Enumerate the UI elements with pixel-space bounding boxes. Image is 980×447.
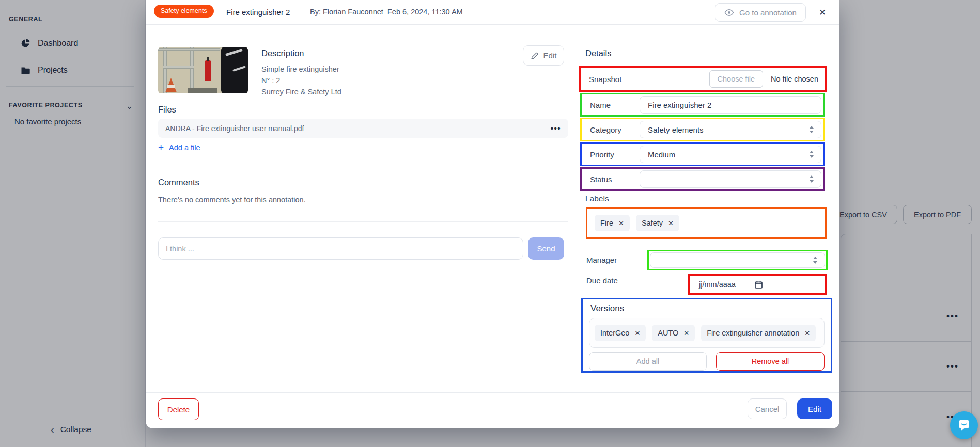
edit-button[interactable]: Edit	[797, 398, 832, 419]
status-select[interactable]	[640, 170, 821, 188]
comments-empty-text: There's no comments yet for this annotat…	[158, 196, 306, 204]
go-to-annotation-button[interactable]: Go to annotation	[715, 3, 806, 22]
category-value: Safety elements	[648, 125, 704, 134]
go-to-annotation-label: Go to annotation	[739, 8, 797, 17]
version-chip-text: AUTO	[658, 329, 678, 337]
annotation-snapshot-image[interactable]	[158, 47, 248, 93]
comments-heading: Comments	[158, 178, 199, 187]
choose-file-button[interactable]: Choose file	[709, 70, 764, 88]
file-row[interactable]: ANDRA - Fire extinguisher user manual.pd…	[158, 119, 568, 138]
label-chip: Fire ✕	[595, 215, 630, 231]
description-heading: Description	[261, 49, 304, 58]
annotation-modal: Safety elements Fire extinguisher 2 By: …	[146, 0, 839, 428]
versions-field: Versions InterGeo ✕ AUTO ✕ Fire extingui…	[581, 298, 832, 373]
pencil-icon	[531, 52, 539, 60]
name-field: Name Fire extinguisher 2	[580, 93, 825, 117]
annotation-title: Fire extinguisher 2	[226, 8, 290, 17]
remove-version-icon[interactable]: ✕	[634, 330, 640, 337]
add-file-button[interactable]: + Add a file	[158, 142, 200, 152]
category-badge: Safety elements	[154, 5, 214, 18]
add-file-label: Add a file	[169, 143, 200, 152]
send-comment-button[interactable]: Send	[528, 237, 564, 260]
chat-bubble-icon	[957, 418, 971, 433]
status-label: Status	[582, 175, 640, 184]
section-divider	[158, 221, 568, 222]
chat-widget-button[interactable]	[950, 411, 978, 439]
labels-field[interactable]: Fire ✕ Safety ✕	[586, 207, 827, 239]
no-file-chosen-text: No file chosen	[764, 75, 825, 83]
file-name: ANDRA - Fire extinguisher user manual.pd…	[165, 124, 304, 133]
status-field: Status	[580, 167, 825, 191]
version-chip: AUTO ✕	[652, 325, 695, 341]
comment-input[interactable]	[158, 237, 523, 260]
select-arrows-icon	[809, 175, 814, 183]
version-chip-text: Fire extinguisher annotation	[707, 329, 799, 337]
name-label: Name	[582, 101, 640, 109]
snapshot-label: Snapshot	[581, 75, 709, 84]
manager-label: Manager	[586, 256, 617, 264]
name-input[interactable]: Fire extinguisher 2	[640, 96, 821, 114]
screen: GENERAL Dashboard Projects FAVORITE PROJ…	[0, 0, 980, 447]
section-divider	[158, 168, 568, 168]
delete-button[interactable]: Delete	[158, 398, 199, 420]
file-more-options-icon[interactable]: •••	[551, 124, 561, 133]
snapshot-field: Snapshot Choose file No file chosen	[579, 66, 827, 92]
annotation-date: Feb 6, 2024, 11:30 AM	[387, 8, 463, 16]
label-chip: Safety ✕	[636, 215, 679, 231]
priority-value: Medium	[648, 150, 675, 159]
edit-description-label: Edit	[543, 51, 557, 60]
due-date-placeholder: jj/mm/aaaa	[699, 280, 736, 289]
versions-heading: Versions	[590, 304, 624, 314]
cancel-button[interactable]: Cancel	[748, 398, 787, 419]
manager-select[interactable]	[650, 252, 825, 268]
calendar-icon[interactable]	[754, 280, 763, 289]
plus-icon: +	[158, 142, 164, 152]
priority-field: Priority Medium	[580, 142, 825, 166]
close-icon[interactable]: ✕	[816, 6, 829, 19]
due-date-label: Due date	[586, 276, 618, 285]
select-arrows-icon	[809, 126, 814, 133]
version-chip: InterGeo ✕	[595, 325, 646, 341]
annotation-author: By: Florian Fauconnet	[310, 8, 383, 16]
files-heading: Files	[158, 105, 176, 115]
modal-header: Safety elements Fire extinguisher 2 By: …	[146, 0, 839, 25]
due-date-field[interactable]: jj/mm/aaaa	[688, 274, 827, 295]
remove-version-icon[interactable]: ✕	[683, 330, 689, 337]
priority-select[interactable]: Medium	[640, 146, 821, 163]
details-heading: Details	[585, 49, 611, 58]
edit-description-button[interactable]: Edit	[523, 45, 564, 66]
manager-field	[647, 250, 828, 270]
name-value: Fire extinguisher 2	[648, 101, 711, 109]
footer-divider	[146, 392, 839, 393]
select-arrows-icon	[809, 151, 814, 158]
remove-label-icon[interactable]: ✕	[618, 220, 624, 227]
remove-all-versions-button[interactable]: Remove all	[716, 352, 825, 371]
remove-label-icon[interactable]: ✕	[668, 220, 674, 227]
version-chip: Fire extinguisher annotation ✕	[701, 325, 816, 341]
priority-label: Priority	[582, 150, 640, 159]
category-label: Category	[582, 125, 640, 134]
versions-chips-container[interactable]: InterGeo ✕ AUTO ✕ Fire extinguisher anno…	[589, 318, 825, 348]
labels-heading: Labels	[585, 194, 609, 203]
select-arrows-icon	[813, 257, 818, 264]
remove-version-icon[interactable]: ✕	[804, 330, 810, 337]
fire-extinguisher-shape	[205, 60, 211, 81]
eye-icon	[724, 9, 734, 17]
description-line: N° : 2	[261, 76, 280, 85]
description-line: Surrey Fire & Safety Ltd	[261, 88, 341, 96]
description-line: Simple fire extinguisher	[261, 65, 339, 73]
version-chip-text: InterGeo	[600, 329, 629, 337]
category-select[interactable]: Safety elements	[640, 121, 821, 138]
label-chip-text: Safety	[642, 219, 663, 227]
add-all-versions-button[interactable]: Add all	[589, 352, 707, 371]
category-field: Category Safety elements	[580, 118, 825, 141]
label-chip-text: Fire	[600, 219, 613, 227]
